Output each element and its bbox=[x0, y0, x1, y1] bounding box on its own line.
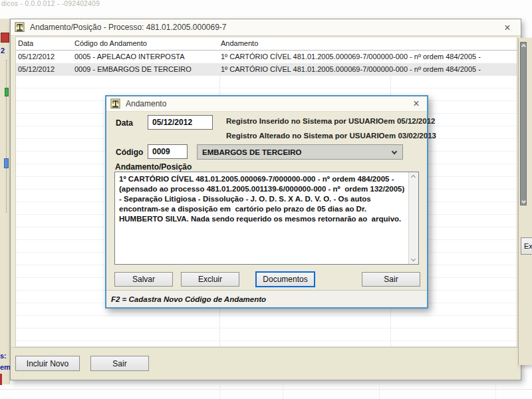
desktop: dicos - 0.0.0.012 - -092402409 2 s: ema … bbox=[0, 0, 532, 399]
scroll-down-icon bbox=[521, 199, 526, 203]
background-grid-line bbox=[495, 386, 496, 399]
modal-title: Andamento bbox=[126, 99, 166, 108]
table-header[interactable]: Data Código do Andamento Andamento bbox=[16, 37, 517, 51]
cell-data: 05/12/2012 bbox=[18, 53, 55, 61]
background-red-fragment bbox=[0, 374, 2, 385]
column-header-data[interactable]: Data bbox=[18, 39, 33, 47]
cell-data: 05/12/2012 bbox=[18, 65, 55, 73]
incluir-novo-button[interactable]: Incluir Novo bbox=[15, 356, 80, 371]
scroll-up-icon bbox=[411, 175, 416, 180]
background-text-fragment: s: bbox=[0, 352, 7, 360]
dialog-button-bar: Incluir Novo Sair bbox=[11, 347, 521, 380]
registro-alterado-date: em 03/02/2013 bbox=[385, 132, 436, 140]
sair-button[interactable]: Sair bbox=[90, 356, 149, 371]
background-scrollbar[interactable] bbox=[520, 42, 527, 205]
excluir-button[interactable]: Excluir bbox=[181, 272, 239, 287]
background-grid-line bbox=[0, 389, 532, 390]
cell-andamento: 1º CARTÓRIO CÍVEL 481.01.2005.000069-7/0… bbox=[221, 53, 481, 61]
scroll-up-icon bbox=[521, 44, 526, 49]
registro-alterado-text: Registro Alterado no Sistema por USUARIO bbox=[226, 132, 385, 140]
dialog-title: Andamento/Posição - Processo: 481.01.200… bbox=[30, 23, 227, 32]
background-blue-icon bbox=[4, 158, 9, 168]
column-header-andamento[interactable]: Andamento bbox=[221, 39, 258, 47]
background-window-title-fragment: dicos - 0.0.0.012 - -092402409 bbox=[1, 0, 100, 7]
codigo-label: Código bbox=[116, 148, 143, 157]
dropdown-selected-value: EMBARGOS DE TERCEIRO bbox=[202, 148, 302, 156]
background-green-icon bbox=[5, 88, 9, 96]
modal-status-bar: F2 = Cadastra Novo Código de Andamento bbox=[106, 290, 427, 307]
codigo-input[interactable] bbox=[148, 144, 188, 159]
cell-codigo: 0009 - EMBARGOS DE TERCEIRO bbox=[74, 65, 192, 73]
background-right-window-edge: Ex bbox=[518, 38, 532, 365]
registro-inserido-text: Registro Inserido no Sistema por USUARIO bbox=[226, 117, 384, 125]
andamento-modal: Andamento × Data Registro Inserido no Si… bbox=[105, 95, 428, 309]
cell-andamento: 1º CARTÓRIO CÍVEL 481.01.2005.000069-7/0… bbox=[221, 65, 481, 73]
scales-document-icon bbox=[110, 98, 121, 109]
documentos-button[interactable]: Documentos bbox=[255, 271, 315, 287]
textarea-scrollbar[interactable] bbox=[408, 172, 418, 264]
scales-document-icon bbox=[15, 22, 25, 33]
background-ex-button[interactable]: Ex bbox=[521, 237, 532, 255]
salvar-button[interactable]: Salvar bbox=[114, 272, 173, 287]
table-row-selected[interactable]: 05/12/2012 0009 - EMBARGOS DE TERCEIRO 1… bbox=[16, 63, 517, 76]
registro-inserido-date: em 05/12/2012 bbox=[384, 117, 435, 125]
background-grid-line bbox=[379, 386, 380, 399]
registro-alterado-line: Registro Alterado no Sistema por USUARIO… bbox=[226, 132, 419, 140]
background-grid-line bbox=[283, 386, 283, 399]
codigo-descricao-dropdown[interactable]: EMBARGOS DE TERCEIRO bbox=[197, 144, 403, 160]
data-input[interactable] bbox=[148, 115, 213, 130]
background-red-icon bbox=[1, 33, 9, 43]
sair-button[interactable]: Sair bbox=[362, 272, 420, 287]
registro-inserido-line: Registro Inserido no Sistema por USUARIO… bbox=[226, 117, 419, 125]
background-left-toolbar: 2 s: ema bbox=[0, 19, 10, 384]
dialog-titlebar[interactable]: Andamento/Posição - Processo: 481.01.200… bbox=[11, 19, 521, 36]
column-header-codigo[interactable]: Código do Andamento bbox=[74, 39, 147, 47]
background-number-fragment: 2 bbox=[1, 47, 5, 55]
background-dotted-separator bbox=[6, 60, 7, 213]
chevron-down-icon bbox=[392, 149, 397, 154]
close-icon[interactable]: × bbox=[501, 21, 514, 35]
cell-codigo: 0005 - APELACAO INTERPOSTA bbox=[74, 53, 184, 61]
scroll-down-icon bbox=[411, 257, 416, 261]
background-grid-line bbox=[219, 386, 220, 399]
table-row[interactable]: 05/12/2012 0005 - APELACAO INTERPOSTA 1º… bbox=[16, 51, 517, 63]
andamento-posicao-label: Andamento/Posição bbox=[115, 162, 192, 172]
data-label: Data bbox=[116, 118, 133, 128]
andamento-textarea[interactable]: 1º CARTÓRIO CÍVEL 481.01.2005.000069-7/0… bbox=[115, 172, 408, 264]
modal-titlebar[interactable]: Andamento bbox=[106, 96, 427, 112]
andamento-textarea-frame: 1º CARTÓRIO CÍVEL 481.01.2005.000069-7/0… bbox=[114, 172, 419, 265]
close-icon[interactable]: × bbox=[410, 97, 423, 110]
